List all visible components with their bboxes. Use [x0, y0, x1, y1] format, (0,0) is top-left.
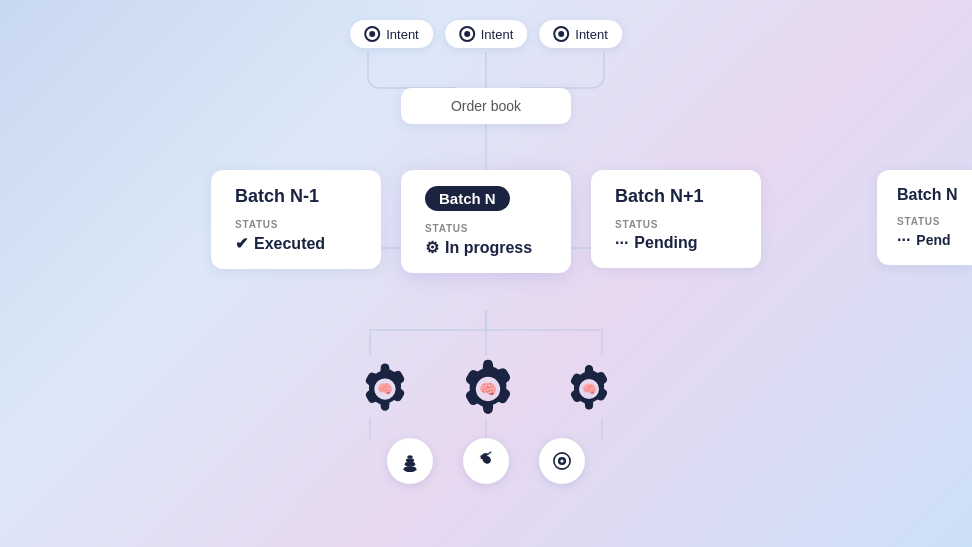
batch-n-plus-1-status-value: ··· Pending: [615, 234, 737, 252]
in-progress-icon: ⚙: [425, 238, 439, 257]
batch-n-pill: Batch N: [425, 186, 510, 211]
agent-3-gear: 🧠: [557, 357, 621, 421]
intent-label-1: Intent: [386, 27, 419, 42]
batch-n-minus-1-title-row: Batch N-1: [235, 186, 357, 207]
svg-point-9: [560, 459, 563, 462]
order-book-label: Order book: [451, 98, 521, 114]
batch-card-n-minus-1: Batch N-1 STATUS ✔ Executed: [211, 170, 381, 269]
svg-point-3: [404, 466, 417, 472]
intent-label-3: Intent: [575, 27, 608, 42]
intent-icon-3: [553, 26, 569, 42]
intent-node-3: Intent: [539, 20, 622, 48]
gear-brain-icon-2: 🧠: [449, 350, 527, 428]
svg-text:🧠: 🧠: [479, 380, 498, 398]
batch-partial-title: Batch N: [897, 186, 957, 204]
batch-card-partial: Batch N STATUS ··· Pend: [877, 170, 972, 265]
batch-n-minus-1-title: Batch N-1: [235, 186, 319, 207]
batch-partial-status-label: STATUS: [897, 216, 958, 227]
stones-icon: [397, 448, 423, 474]
agent-2-group: 🧠: [449, 350, 527, 428]
svg-point-6: [407, 455, 413, 458]
gear-brain-icon-3: 🧠: [557, 357, 621, 421]
pending-icon-n1: ···: [615, 234, 628, 252]
unicorn-icon: [473, 448, 499, 474]
batch-n-minus-1-status-value: ✔ Executed: [235, 234, 357, 253]
batch-n-title-row: Batch N: [425, 186, 547, 211]
intent-label-2: Intent: [481, 27, 514, 42]
svg-point-5: [406, 458, 414, 462]
agent-1-gear: 🧠: [351, 355, 419, 423]
intent-node-1: Intent: [350, 20, 433, 48]
batch-n-status-label: STATUS: [425, 223, 547, 234]
intent-node-2: Intent: [445, 20, 528, 48]
intent-icon-2: [459, 26, 475, 42]
batch-partial-status-value: ··· Pend: [897, 231, 958, 249]
batch-n-status-value: ⚙ In progress: [425, 238, 547, 257]
batch-n-status-text: In progress: [445, 239, 532, 257]
agent-1-group: 🧠: [351, 355, 419, 423]
batches-inner: Batch N-1 STATUS ✔ Executed Batch N STAT…: [0, 170, 972, 273]
intents-row: Intent Intent Intent: [350, 20, 622, 48]
agent-3-group: 🧠: [557, 357, 621, 421]
scene: Intent Intent Intent Order book Batch N-…: [0, 0, 972, 547]
agent-sub-icon-3: [539, 438, 585, 484]
agent-sub-icon-2: [463, 438, 509, 484]
svg-text:🧠: 🧠: [377, 381, 393, 397]
agents-row: 🧠 🧠 🧠: [351, 350, 621, 428]
batch-n-minus-1-status-label: STATUS: [235, 219, 357, 230]
svg-point-4: [405, 462, 416, 467]
batch-n-plus-1-status-text: Pending: [634, 234, 697, 252]
batch-n-plus-1-title: Batch N+1: [615, 186, 704, 207]
executed-icon: ✔: [235, 234, 248, 253]
batch-card-n: Batch N STATUS ⚙ In progress: [401, 170, 571, 273]
batches-wrapper: Batch N-1 STATUS ✔ Executed Batch N STAT…: [0, 170, 972, 320]
batch-card-n-plus-1: Batch N+1 STATUS ··· Pending: [591, 170, 761, 268]
batch-n-plus-1-status-label: STATUS: [615, 219, 737, 230]
eye-icon: [549, 448, 575, 474]
agent-sub-icon-1: [387, 438, 433, 484]
batch-partial-title-row: Batch N: [897, 186, 958, 204]
svg-text:🧠: 🧠: [582, 381, 597, 396]
agent-2-gear: 🧠: [449, 350, 527, 428]
icons-row: [387, 438, 585, 484]
batch-n-minus-1-status-text: Executed: [254, 235, 325, 253]
order-book-card: Order book: [401, 88, 571, 124]
pending-icon-partial: ···: [897, 231, 910, 249]
batch-n-plus-1-title-row: Batch N+1: [615, 186, 737, 207]
intent-icon-1: [364, 26, 380, 42]
batch-partial-status-text: Pend: [916, 232, 950, 248]
gear-brain-icon-1: 🧠: [351, 355, 419, 423]
